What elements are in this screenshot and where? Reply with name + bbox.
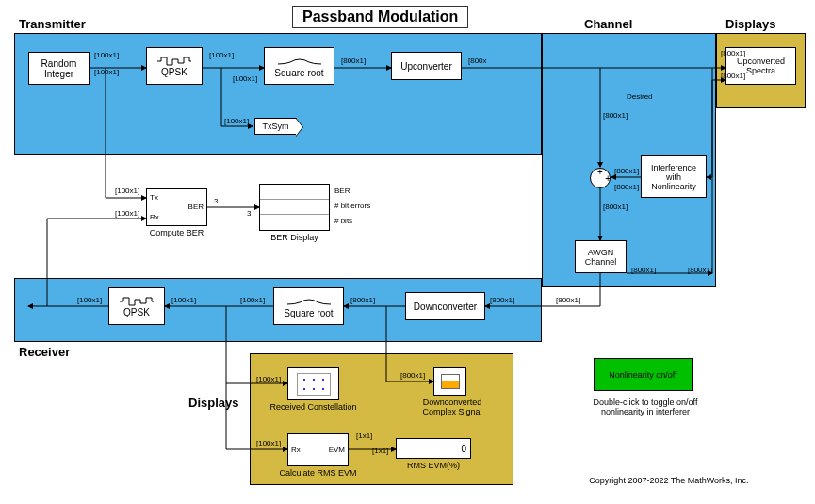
ber-row-2 — [260, 200, 329, 215]
nonlinearity-text: Double-click to toggle on/off nonlineari… — [575, 398, 716, 416]
compute-ber-caption: Compute BER — [146, 228, 207, 237]
sig-2: [100x1] — [94, 68, 119, 76]
sig-6: [800x — [468, 57, 487, 65]
qpsk-tx-label: QPSK — [161, 67, 187, 77]
sig-20: [800x1] — [721, 49, 745, 57]
pulse-shape-rx-icon — [285, 295, 333, 308]
sig-14: [800x1] — [490, 296, 514, 304]
sig-4b: [100x1] — [224, 117, 249, 125]
diagram-title: Passband Modulation — [292, 6, 468, 28]
ber-display-block[interactable] — [259, 184, 330, 231]
copyright-text: Copyright 2007-2022 The MathWorks, Inc. — [546, 476, 791, 485]
rms-evm-display[interactable]: 0 — [396, 438, 471, 459]
sum-block[interactable]: + + — [590, 168, 611, 188]
awgn-channel-block[interactable]: AWGN Channel — [575, 240, 627, 273]
sig-8: [100x1] — [115, 209, 139, 218]
sig-12: [100x1] — [240, 296, 265, 304]
desired-label: Desired — [627, 92, 653, 101]
sig-5: [800x1] — [341, 57, 366, 65]
ber-row-1 — [260, 185, 329, 200]
sig-15: [800x1] — [603, 111, 628, 120]
sig-1: [100x1] — [94, 51, 119, 59]
ber-out-label: BER — [188, 203, 204, 211]
rx-port2-label: Rx — [291, 446, 301, 454]
downconv-signal-caption: Downconverted Complex Signal — [415, 398, 490, 416]
channel-label: Channel — [584, 17, 632, 31]
ber-row-3 — [260, 215, 329, 230]
qpsk-rx-wave-icon — [118, 296, 155, 307]
downconverter-block[interactable]: Downconverter — [405, 292, 485, 320]
displays-label-2: Displays — [188, 396, 238, 410]
received-constellation-block[interactable] — [287, 367, 339, 400]
ber-label-2: # bit errors — [334, 202, 370, 210]
sig-24: [100x1] — [256, 439, 281, 447]
sig-9b: 3 — [247, 209, 251, 218]
sig-26: [1x1] — [372, 447, 388, 455]
tx-port-label: Tx — [150, 193, 158, 202]
calculate-evm-block[interactable]: Rx EVM — [287, 433, 349, 466]
square-root-tx-block[interactable]: Square root — [264, 47, 334, 85]
rms-value: 0 — [461, 444, 466, 454]
received-const-caption: Received Constellation — [269, 402, 358, 412]
sig-16: [800x1] — [614, 167, 639, 175]
calc-evm-caption: Calculate RMS EVM — [273, 468, 363, 478]
sig-23: [800x1] — [400, 371, 425, 380]
txsym-goto[interactable]: TxSym — [254, 118, 297, 135]
compute-ber-block[interactable]: Tx Rx BER — [146, 188, 207, 226]
qpsk-demod-block[interactable]: QPSK — [108, 287, 165, 325]
rms-evm-caption: RMS EVM(%) — [396, 461, 471, 470]
nonlinearity-toggle[interactable]: Nonlinearity on/off — [594, 358, 693, 391]
sig-17: [800x1] — [603, 203, 628, 211]
sig-22: [100x1] — [256, 375, 281, 383]
sig-3: [100x1] — [209, 51, 234, 59]
qpsk-modulator-block[interactable]: QPSK — [146, 47, 203, 85]
sig-11: [100x1] — [171, 296, 196, 304]
square-root-rx-label: Square root — [284, 308, 333, 318]
interference-block[interactable]: Interference with Nonlinearity — [641, 155, 707, 198]
constellation-icon — [297, 373, 331, 396]
sig-4: [100x1] — [233, 74, 257, 83]
downconv-signal-block[interactable] — [433, 367, 466, 396]
square-root-tx-label: Square root — [274, 68, 323, 78]
sig-14b: [800x1] — [556, 296, 580, 304]
spectrum-icon — [441, 374, 460, 389]
rx-port-label: Rx — [150, 213, 159, 221]
transmitter-label: Transmitter — [19, 17, 86, 31]
upconverter-block[interactable]: Upconverter — [391, 52, 462, 80]
random-integer-block[interactable]: Random Integer — [28, 52, 90, 85]
sig-18: [800x1] — [631, 266, 656, 274]
sig-10: [100x1] — [77, 296, 102, 304]
sig-25: [1x1] — [356, 431, 372, 440]
ber-display-caption: BER Display — [259, 233, 330, 242]
pulse-shape-icon — [276, 55, 323, 68]
sig-7: [100x1] — [115, 187, 139, 195]
square-root-rx-block[interactable]: Square root — [273, 287, 344, 325]
sig-13: [800x1] — [350, 296, 375, 304]
receiver-label: Receiver — [19, 345, 70, 359]
sig-19: [800x1] — [688, 266, 712, 274]
sig-9: 3 — [214, 197, 218, 205]
displays-label-1: Displays — [725, 17, 775, 31]
ber-label-1: BER — [334, 187, 350, 195]
sig-16b: [800x1] — [614, 183, 639, 191]
sig-21: [800x1] — [721, 72, 745, 80]
evm-port-label: EVM — [329, 446, 345, 454]
qpsk-wave-icon — [155, 56, 193, 67]
qpsk-rx-label: QPSK — [123, 307, 150, 317]
ber-label-3: # bits — [334, 217, 352, 225]
